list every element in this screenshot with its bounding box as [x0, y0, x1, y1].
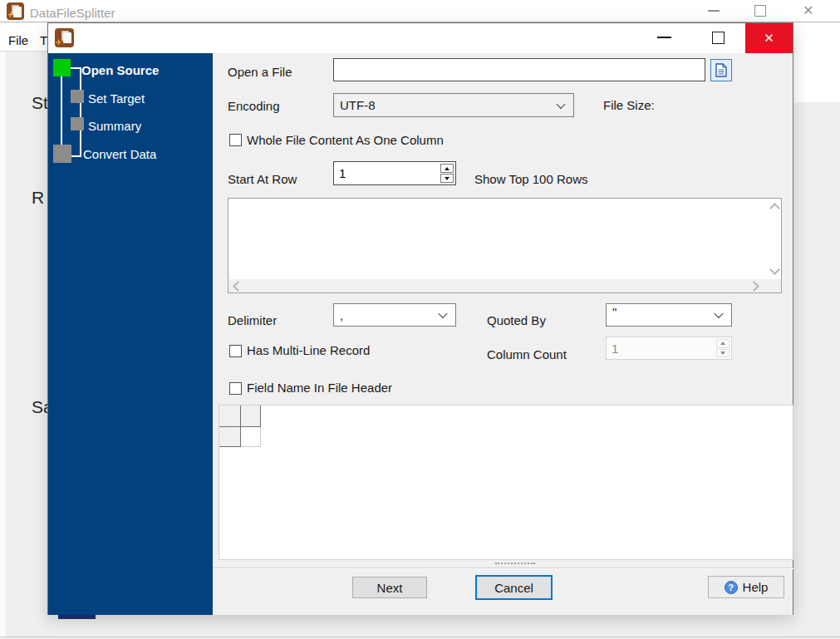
delimiter-label: Delimiter	[228, 313, 277, 327]
scroll-down-icon[interactable]	[769, 264, 780, 275]
quoted-by-value: "	[607, 304, 616, 319]
arrow-up-icon	[445, 167, 449, 170]
arrow-down-icon	[720, 351, 725, 355]
step-label-open-source: Open Source	[81, 63, 159, 77]
grid-data-cell[interactable]	[241, 427, 261, 447]
step-label-set-target: Set Target	[88, 91, 145, 106]
chevron-down-icon	[714, 309, 723, 318]
dialog-icon-page-front	[63, 32, 71, 43]
grid-column-header[interactable]	[241, 406, 261, 427]
grid-row-header[interactable]	[219, 427, 241, 447]
column-count-spin-buttons	[716, 339, 729, 357]
next-button-label: Next	[377, 581, 403, 595]
main-maximize-button[interactable]	[754, 5, 766, 17]
field-name-checkbox-label[interactable]: Field Name In File Header	[247, 381, 392, 395]
arrow-up-icon	[720, 342, 725, 345]
spin-down-button	[716, 349, 729, 358]
resize-grip[interactable]	[495, 563, 535, 567]
cancel-button-label: Cancel	[494, 581, 533, 595]
encoding-label: Encoding	[228, 99, 280, 113]
preview-data-grid	[219, 405, 793, 560]
scroll-right-icon[interactable]	[749, 281, 759, 292]
tree-line-vertical-left	[61, 76, 62, 145]
file-preview-textarea[interactable]	[228, 198, 782, 293]
dialog-minimize-button[interactable]	[657, 37, 671, 38]
step-label-summary: Summary	[88, 119, 141, 133]
dialog-titlebar	[48, 23, 793, 53]
delimiter-value: ,	[334, 308, 343, 322]
horizontal-scrollbar[interactable]	[228, 279, 781, 292]
minimize-icon	[708, 10, 720, 12]
wizard-dialog: + ✕ Open Source Set Target Summary Conve…	[47, 22, 793, 615]
clipped-label-2: R	[32, 188, 44, 208]
multi-line-checkbox[interactable]	[229, 345, 242, 357]
step-indicator-convert-data	[53, 145, 71, 163]
maximize-icon	[754, 5, 766, 17]
main-window-panel-fragment	[793, 22, 840, 102]
multi-line-checkbox-label[interactable]: Has Multi-Line Record	[247, 343, 370, 357]
document-icon	[715, 63, 727, 77]
chevron-down-icon	[556, 99, 565, 108]
minimize-icon	[657, 37, 671, 38]
whole-file-checkbox[interactable]	[229, 134, 242, 146]
dialog-icon-plus: +	[56, 37, 61, 47]
spin-up-button	[716, 339, 729, 348]
quoted-by-label: Quoted By	[487, 313, 546, 327]
main-minimize-button[interactable]	[708, 10, 720, 12]
scroll-left-icon[interactable]	[233, 281, 243, 292]
step-indicator-open-source	[53, 59, 71, 76]
main-close-button[interactable]: ✕	[803, 4, 813, 17]
tree-line-horizontal-bottom	[71, 155, 81, 157]
close-icon: ✕	[764, 31, 774, 46]
app-icon: +	[7, 2, 24, 20]
menu-item-truncated[interactable]: T	[40, 33, 47, 47]
whole-file-checkbox-label[interactable]: Whole File Content As One Column	[247, 133, 444, 147]
chevron-down-icon	[438, 309, 447, 318]
dialog-maximize-button[interactable]	[712, 32, 725, 44]
cancel-button[interactable]: Cancel	[475, 575, 553, 600]
spin-up-button[interactable]	[440, 164, 454, 173]
wizard-sidebar: Open Source Set Target Summary Convert D…	[48, 53, 213, 615]
maximize-icon	[712, 32, 725, 44]
encoding-value: UTF-8	[334, 98, 376, 112]
main-window-title: DataFileSplitter	[30, 6, 115, 20]
start-at-row-label: Start At Row	[228, 172, 297, 186]
scroll-up-icon[interactable]	[769, 203, 780, 214]
dialog-close-button[interactable]: ✕	[745, 23, 793, 53]
spin-down-button[interactable]	[440, 174, 454, 183]
file-size-label: File Size:	[603, 98, 655, 112]
column-count-spinner	[606, 337, 732, 360]
browse-file-button[interactable]	[710, 59, 732, 81]
menu-file[interactable]: File	[8, 33, 28, 47]
main-window-bottom-border	[0, 637, 840, 637]
delimiter-dropdown[interactable]: ,	[333, 303, 456, 327]
help-button[interactable]: ? Help	[708, 576, 784, 598]
dialog-app-icon: +	[55, 28, 74, 47]
open-file-label: Open a File	[228, 65, 292, 79]
quoted-by-dropdown[interactable]: "	[606, 303, 732, 327]
app-icon-page-front	[13, 7, 22, 17]
arrow-down-icon	[445, 177, 449, 180]
encoding-dropdown[interactable]: UTF-8	[333, 93, 574, 117]
clipped-label-1: St	[32, 93, 47, 113]
file-path-input[interactable]	[333, 58, 705, 81]
column-count-label: Column Count	[487, 347, 567, 361]
tree-line-vertical-mid	[80, 67, 81, 157]
clipped-label-3: Sa	[32, 397, 47, 417]
screen: + DataFileSplitter ✕ File T St R Sa + ✕	[0, 0, 840, 639]
app-icon-plus: +	[7, 10, 13, 20]
button-bar-divider-highlight	[213, 568, 793, 569]
start-at-row-spinner	[333, 161, 456, 185]
grid-corner-cell[interactable]	[219, 406, 241, 427]
help-button-label: Help	[743, 580, 769, 594]
column-count-input	[607, 338, 700, 358]
main-window-clipped-labels: St R Sa	[0, 52, 47, 633]
step-indicator-set-target	[71, 90, 84, 103]
field-name-checkbox[interactable]	[229, 382, 242, 395]
next-button[interactable]: Next	[352, 577, 427, 598]
vertical-scrollbar[interactable]	[767, 199, 781, 279]
start-at-row-input[interactable]	[335, 163, 425, 184]
step-indicator-summary	[71, 117, 84, 130]
step-label-convert-data: Convert Data	[83, 147, 156, 161]
start-at-row-spin-buttons	[440, 164, 454, 183]
